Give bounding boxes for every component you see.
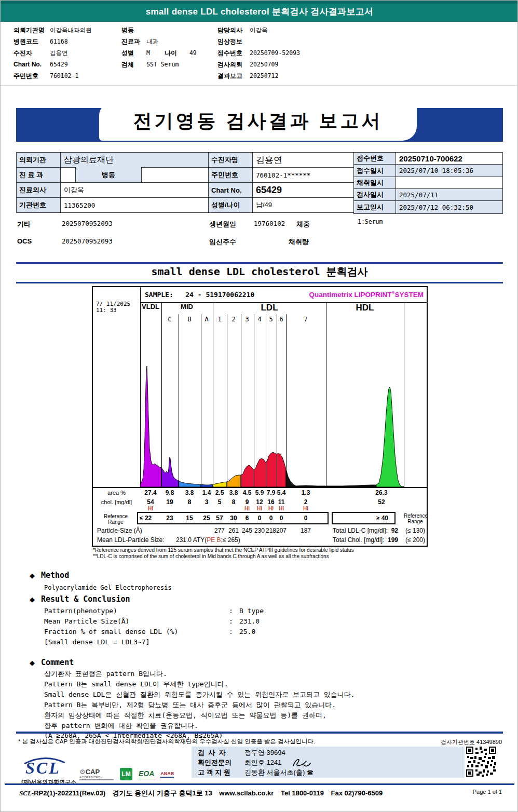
- total-ldl-value: 92: [376, 527, 398, 534]
- lipoprint-chart: 7/ 11/202511: 33 SAMPLE: 24 - 5191700622…: [92, 286, 428, 547]
- plot-baseline: [93, 487, 427, 488]
- field-label: 결과보고: [217, 72, 250, 80]
- ref-range-hdl-value: ≥ 40: [350, 515, 388, 522]
- gear-icon: ⚙: [79, 768, 86, 776]
- sub-band-divider: [241, 314, 241, 487]
- row-label-particle-size: Particle-Size (Å): [97, 527, 142, 534]
- field-label: 임상정보: [217, 37, 250, 46]
- comment-line: 상기환자 표현형은 pattern B입니다.: [44, 669, 355, 680]
- hi-flag: HI: [293, 506, 319, 511]
- method-title: Method: [41, 571, 69, 580]
- lab-url: www.scllab.co.kr: [219, 789, 274, 797]
- signature-label: 검 사 자: [198, 748, 244, 757]
- field-label: 수진자: [13, 49, 50, 58]
- result-row: Fraction % of small dense LDL (%):25.0: [44, 628, 264, 638]
- value-resident-no: 760102-1******: [252, 167, 354, 183]
- sub-band-divider: [254, 314, 254, 487]
- result-row: [Small dense LDL = LDL3~7]: [44, 638, 264, 648]
- patient-field-row: 수진자김용연: [13, 47, 92, 59]
- doc-number: -RP2(1)-202211(Rev.03): [32, 789, 105, 797]
- comment-line: Small dense LDL은 심혈관 질환의 위험도를 증가시킬 수 있는 …: [44, 690, 355, 700]
- signature-row: 확인전문의최인호 1241: [192, 757, 465, 767]
- footer-rule: [16, 732, 503, 734]
- field-value: M: [146, 49, 150, 57]
- result-colon: :: [229, 607, 239, 617]
- label-doctor: 진료의사: [16, 182, 61, 198]
- patient-field-row: 접수번호20250709-52093: [217, 47, 300, 59]
- signature-label: 확인전문의: [198, 758, 244, 767]
- patient-field-row: 담당의사이강욱: [217, 24, 300, 36]
- anab-logo: ANAB: [160, 771, 174, 778]
- qr-code: [466, 747, 496, 777]
- total-chol-ref: (≤ 200): [397, 536, 425, 544]
- brand-label: Quantimetrix LIPOPRINT®SYSTEM: [309, 290, 424, 299]
- signature-value: 최인호 1241: [244, 758, 282, 767]
- result-value: 231.0: [239, 617, 260, 628]
- top-banner-edge: [1, 1, 518, 4]
- particle-size-value: 187: [293, 527, 319, 534]
- label-gestation: 임신주수: [209, 237, 236, 247]
- sub-band-label: 7: [298, 316, 313, 323]
- row-label-reference-right: ReferenceRange: [404, 513, 427, 524]
- bottom-rule: [5, 783, 514, 785]
- band-label: MID: [166, 303, 208, 310]
- row-label-chol: chol. [mg/dl]: [93, 499, 140, 505]
- electropherogram-plot: VLDLMIDLDLHDLCBA1234567: [140, 302, 404, 487]
- mean-size-value: 231.0 ATY(PE B;≤ 265): [176, 536, 240, 544]
- patient-field-row: Chart No.65429: [13, 59, 92, 70]
- sub-band-divider: [227, 314, 227, 487]
- label-ordering-org: 의뢰기관: [16, 152, 61, 168]
- field-label: 성별: [121, 49, 146, 58]
- field-label: 의뢰기관명: [13, 26, 50, 35]
- band-divider: [213, 302, 213, 487]
- field-label: Chart No.: [13, 61, 50, 68]
- label-collected-at: 채취일시: [353, 177, 396, 189]
- result-heading: ◆ Result & Conclusion: [30, 594, 130, 604]
- result-colon: :: [229, 628, 239, 638]
- patient-header-col3: 담당의사이강욱임상정보접수번호20250709-52093검사의뢰2025070…: [217, 24, 300, 82]
- label-sex-age: 성별/나이: [208, 197, 253, 213]
- label-department: 진 료 과: [16, 167, 61, 183]
- sub-band-divider: [201, 314, 201, 487]
- sub-band-divider: [179, 314, 179, 487]
- cap-accredited-logo: ⚙CAP ACCREDITED✓: [79, 768, 114, 780]
- hi-flag: HI: [138, 506, 163, 511]
- field-value: 61168: [50, 38, 68, 45]
- total-chol-value: 199: [376, 536, 398, 544]
- label-ocs: OCS: [17, 237, 32, 245]
- banner-title-box: 전기영동 검사결과 보고서: [99, 101, 417, 141]
- band-divider: [161, 302, 162, 487]
- patient-field-row: 의뢰기관명이강욱내과의원: [13, 24, 92, 36]
- lab-org-number: 검사기관번호 41349890: [441, 738, 502, 746]
- handwritten-signature: [282, 756, 312, 769]
- result-rows: Pattern(phenotype):B typeMean Particle S…: [44, 607, 264, 648]
- result-label: Mean Particle Size(Å): [44, 617, 229, 628]
- lab-address: 경기도 용인시 기흥구 흥덕1로 13: [113, 789, 212, 797]
- row-label-mean-size: Mean LDL-Particle Size:: [97, 536, 164, 544]
- lab-tel: Tel 1800-0119: [281, 789, 324, 797]
- band-divider: [326, 302, 326, 487]
- result-label: Fraction % of small dense LDL (%): [44, 628, 229, 638]
- row-label-reference: ReferenceRange: [93, 513, 139, 525]
- signature-value: 김동환 서울서초(출) ☎: [244, 768, 313, 777]
- electropherogram-curve: [140, 302, 404, 487]
- doc-number-prefix: SCL: [19, 789, 32, 797]
- sub-band-divider: [277, 314, 277, 487]
- value-specimen-type: 1:Serum: [358, 218, 383, 225]
- particle-size-value: 207: [268, 527, 294, 534]
- result-label: [Small dense LDL = LDL3~7]: [44, 638, 229, 648]
- label-birthdate: 생년월일: [209, 220, 236, 229]
- value-reported-at: 2025/07/12 06:32:50: [396, 200, 503, 214]
- value-org-no: 11365200: [60, 197, 209, 213]
- value-patient-name: 김용연: [252, 152, 354, 168]
- signature-block: 검 사 자정두영 39694확인전문의최인호 1241고 객 지 원김동환 서울…: [192, 747, 465, 778]
- value-sex-age: 남/49: [252, 197, 354, 213]
- field-value: 20250712: [250, 72, 278, 79]
- signature-row: 고 객 지 원김동환 서울서초(출) ☎: [192, 767, 465, 777]
- comment-line: Pattern B는 small dense LDL이 우세한 type입니다.: [44, 680, 355, 690]
- lab-report-page: small dense LDL cholesterol 분획검사 검사결과보고서…: [0, 0, 518, 812]
- sub-band-label: 1: [212, 316, 227, 323]
- lab-fax: Fax 02)790-6509: [331, 789, 383, 797]
- label-weight: 체중: [296, 220, 310, 229]
- section-rule-bottom: [16, 282, 503, 283]
